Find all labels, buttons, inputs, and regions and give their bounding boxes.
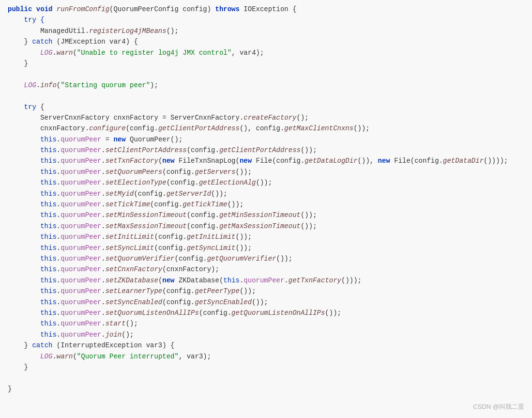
code-line: this.quorumPeer.setCnxnFactory(cnxnFacto… [0,264,532,275]
code-token: . [101,298,105,306]
code-line: this.quorumPeer = new QuorumPeer(); [0,134,532,145]
code-line [0,372,532,383]
code-token [8,222,40,230]
code-line: this.quorumPeer.setLearnerType(config.ge… [0,286,532,296]
code-token: "Starting quorum peer" [61,81,150,89]
code-token: . [101,320,105,327]
code-token: (config. [199,309,231,317]
code-token: (); [126,320,138,327]
code-token: getPeerType [195,287,240,295]
code-token [8,157,40,165]
code-token: (config. [187,222,219,230]
code-token: setTxnFactory [106,157,158,165]
code-token: ()); [301,222,317,230]
code-token: File(config. [390,157,443,165]
code-token: QuorumPeer(); [126,136,183,143]
code-token: getServerId [167,190,211,198]
code-token: new [162,157,174,165]
code-token: this [40,287,57,295]
code-token: this [40,255,57,263]
code-token: setClientPortAddress [106,146,187,154]
code-line: this.quorumPeer.join(); [0,329,532,340]
code-token: (config. [162,168,195,176]
code-token: (config. [162,298,195,306]
code-token: quorumPeer [61,255,101,263]
code-token: getClientPortAddress [158,124,240,132]
code-token: warn [57,353,73,360]
code-token: LOG [40,49,52,57]
code-line: cnxnFactory.configure(config.getClientPo… [0,123,532,134]
code-token: . [101,233,105,241]
code-token: . [101,277,105,284]
code-token: ( [57,81,61,89]
code-token: ()); [236,168,252,176]
code-line: } [0,58,532,69]
code-container: public void runFromConfig(QuorumPeerConf… [0,0,532,418]
code-token: } [8,385,12,393]
code-token: getMaxClientCnxns [284,124,353,132]
code-token: ( [73,353,76,360]
code-token: getSyncEnabled [195,298,252,306]
code-block: public void runFromConfig(QuorumPeerConf… [0,4,532,394]
code-line: } catch (InterruptedException var3) { [0,340,532,351]
code-token: = [101,136,113,143]
code-token: . [52,353,56,360]
code-token: setMinSessionTimeout [106,211,187,219]
code-token: ServerCnxnFactory cnxnFactory = ServerCn… [8,114,243,122]
code-token: setQuorumPeers [106,168,163,176]
code-token: . [57,287,61,295]
code-token: cnxnFactory. [8,124,89,132]
code-token: (config. [154,233,186,241]
code-token: . [57,277,61,284]
code-line [0,91,532,101]
code-token: (cnxnFactory); [162,265,219,273]
code-token: quorumPeer [61,233,101,241]
code-token: . [57,265,61,273]
code-line: this.quorumPeer.setQuorumPeers(config.ge… [0,167,532,177]
code-token: . [57,211,61,219]
code-line: this.quorumPeer.setTickTime(config.getTi… [0,199,532,210]
code-token: new [162,277,174,284]
code-line: this.quorumPeer.setQuorumVerifier(config… [0,253,532,264]
code-token: . [101,255,105,263]
code-token: ()); [301,211,317,219]
code-token: (); [167,27,179,35]
code-token [8,320,40,327]
code-token: this [40,168,57,176]
code-token: } [8,363,28,371]
code-token [8,201,40,208]
code-token: (); [297,114,309,122]
code-token: setCnxnFactory [106,265,163,273]
code-token: createFactory [243,114,296,122]
code-token: . [57,255,61,263]
code-token [8,146,40,154]
code-token [8,179,40,186]
code-token [8,233,40,241]
code-token: quorumPeer [61,320,101,327]
code-token: catch [32,38,52,46]
code-token: setSyncEnabled [106,298,163,306]
code-token: . [101,265,105,273]
code-token: quorumPeer [61,309,101,317]
code-token: } [8,38,32,46]
code-token: (config. [150,201,182,208]
code-token: join [106,331,122,339]
code-line: this.quorumPeer.setZKDatabase(new ZKData… [0,275,532,286]
code-token: new [378,157,390,165]
code-line: } [0,384,532,394]
code-line: this.quorumPeer.setSyncLimit(config.getS… [0,243,532,253]
code-token: this [40,233,57,241]
code-token: new [240,157,252,165]
code-token: ManagedUtil. [8,27,89,35]
code-token: this [40,222,57,230]
code-line: } [0,362,532,372]
code-token: getElectionAlg [199,179,256,186]
code-token: catch [32,341,52,349]
code-token: (QuorumPeerConfig config) [109,5,215,13]
code-line: } catch (JMException var4) { [0,36,532,47]
code-line: this.quorumPeer.setClientPortAddress(con… [0,145,532,155]
code-token: . [57,309,61,317]
code-token [8,309,40,317]
code-token: . [101,244,105,252]
code-token: ); [150,81,158,89]
